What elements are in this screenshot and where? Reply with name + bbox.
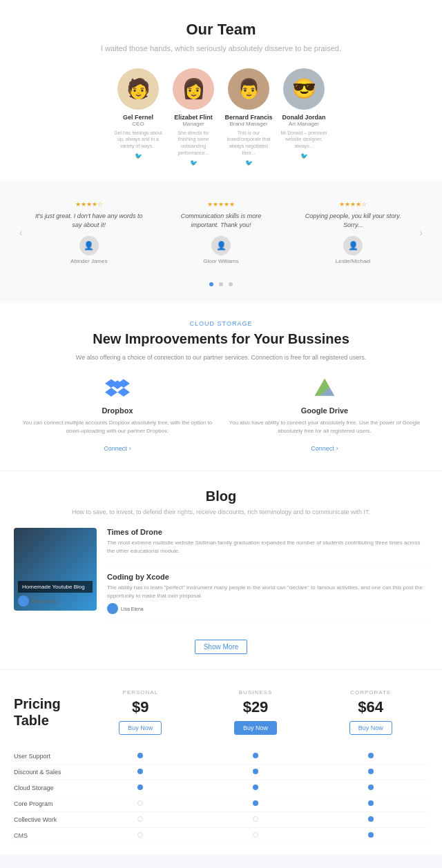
connect-button[interactable]: Connect › (311, 445, 338, 452)
feature-cell (198, 785, 314, 791)
our-team-subtitle: I waited those hands, which seriously ab… (14, 43, 428, 55)
blog-content: Homemade Youtube Blog Philip Shaw Times … (14, 528, 428, 631)
feature-dot-empty (137, 832, 143, 838)
member-role: CEO (114, 121, 162, 127)
feature-cell (198, 816, 314, 823)
plan-btn-container: Buy Now (86, 720, 195, 735)
option-desc: You also have ability to connect your ab… (228, 419, 421, 435)
dot[interactable] (209, 282, 213, 286)
feature-dot (137, 753, 143, 758)
star-rating: ★★★★☆ (35, 201, 143, 208)
pricing-row: Collective Work (14, 812, 428, 828)
pricing-plan-business: BUSINESS $29 Buy Now (198, 684, 314, 740)
show-more-button[interactable]: Show More (195, 640, 248, 654)
avatar: 👩 (173, 68, 214, 110)
feature-dot-empty (137, 800, 143, 806)
twitter-icon[interactable]: 🐦 (169, 159, 218, 166)
dropbox-icon (105, 376, 130, 401)
feature-cell (313, 816, 428, 823)
avatar: 🧑 (117, 68, 159, 110)
post-text: The ability has to learn "perfect" instr… (107, 584, 428, 600)
testimonial-text: It's just great. I don't have any words … (35, 212, 143, 230)
feature-name: CMS (14, 832, 83, 839)
feature-dot (253, 753, 258, 758)
feature-dot (368, 753, 374, 758)
blog-title: Blog (14, 489, 428, 504)
author-name: Philip Shaw (32, 599, 57, 604)
post-text: The most extreme multisite website Skill… (107, 539, 428, 555)
blog-post: Coding by Xcode The ability has to learn… (107, 573, 428, 623)
feature-dot (137, 785, 143, 790)
feature-cell (83, 832, 198, 839)
arrow-icon: › (336, 445, 338, 452)
pricing-row: Core Program (14, 796, 428, 812)
option-name: Dropbox (21, 406, 214, 415)
plan-label: BUSINESS (201, 689, 311, 696)
team-member: 🧑 Gel Fernel CEO Gel has feelings about … (114, 68, 162, 166)
feature-cell (313, 832, 428, 839)
feature-cell (83, 800, 198, 807)
featured-label: Homemade Youtube Blog (18, 581, 93, 593)
connect-button[interactable]: Connect › (104, 445, 131, 452)
feature-dot-empty (253, 832, 258, 838)
post-title: Times of Drone (107, 528, 428, 536)
testimonial-card: ★★★★☆ It's just great. I don't have any … (28, 194, 150, 271)
feature-dot-empty (137, 816, 143, 822)
next-arrow[interactable]: › (414, 227, 428, 238)
pricing-row: Discount & Sales (14, 765, 428, 780)
feature-dot (368, 816, 374, 822)
blog-author: Philip Shaw (18, 595, 93, 606)
blog-posts-list: Times of Drone The most extreme multisit… (107, 528, 428, 631)
testimonial-avatar: 👤 (343, 236, 363, 255)
testimonial-name: Gloor Williams (167, 258, 275, 264)
option-name: Google Drive (228, 406, 421, 415)
plan-price: $29 (201, 698, 311, 716)
testimonial-name: Leslie/Michael (299, 258, 407, 264)
feature-cell (83, 816, 198, 823)
testimonial-card: ★★★★★ Communication skills is more impor… (160, 194, 282, 271)
pricing-plans: PERSONAL $9 Buy Now BUSINESS $29 Buy Now… (83, 684, 428, 740)
member-desc: Gel has feelings about up, always and in… (114, 130, 162, 150)
dot[interactable] (219, 282, 223, 286)
our-team-section: Our Team I waited those hands, which ser… (0, 0, 442, 180)
feature-cell (198, 753, 314, 760)
member-name: Elizabet Flint (169, 114, 218, 121)
featured-img: Homemade Youtube Blog Philip Shaw (14, 528, 97, 611)
member-role: Manager (169, 121, 218, 127)
plan-price: $9 (86, 698, 195, 716)
cloud-option-gdrive: Google Drive You also have ability to co… (228, 376, 421, 453)
feature-cell (313, 800, 428, 807)
pricing-header: Pricing Table PERSONAL $9 Buy Now BUSINE… (14, 684, 428, 740)
author-avatar (107, 603, 118, 614)
plan-buy-button[interactable]: Buy Now (119, 721, 162, 735)
pricing-row: User Support (14, 749, 428, 765)
feature-dot (368, 800, 374, 806)
dot[interactable] (229, 282, 233, 286)
member-desc: Mr.Donald – premium website designer, al… (280, 130, 328, 150)
cloud-desc: We also offering a choice of connection … (21, 353, 421, 362)
member-role: Brand Manager (224, 121, 273, 127)
blog-author: Lisa Elena (107, 603, 428, 614)
member-name: Gel Fernel (114, 114, 162, 121)
twitter-icon[interactable]: 🐦 (224, 159, 273, 166)
our-team-title: Our Team (14, 21, 428, 39)
feature-cell (83, 785, 198, 791)
prev-arrow[interactable]: ‹ (14, 227, 28, 238)
plan-buy-button[interactable]: Buy Now (234, 721, 277, 735)
blog-section: Blog How to save, to invest, to defend t… (0, 471, 442, 669)
feature-name: Cloud Storage (14, 785, 83, 791)
pricing-row: CMS (14, 828, 428, 844)
cloud-title: New Improovements for Your Bussines (21, 331, 421, 347)
testimonial-text: Communication skills is more important. … (167, 212, 275, 230)
twitter-icon[interactable]: 🐦 (114, 152, 162, 159)
avatar: 😎 (283, 68, 325, 110)
feature-cell (313, 785, 428, 791)
plan-buy-button[interactable]: Buy Now (349, 721, 392, 735)
twitter-icon[interactable]: 🐦 (280, 152, 328, 159)
feature-name: User Support (14, 753, 83, 760)
section-tag: CLOUD STORAGE (21, 320, 421, 327)
feature-name: Core Program (14, 800, 83, 807)
blog-featured-image: Homemade Youtube Blog Philip Shaw (14, 528, 97, 611)
testimonial-text: Copying people, you kill your story. Sor… (299, 212, 407, 230)
option-desc: You can connect multiple accounts Dropbo… (21, 419, 214, 435)
